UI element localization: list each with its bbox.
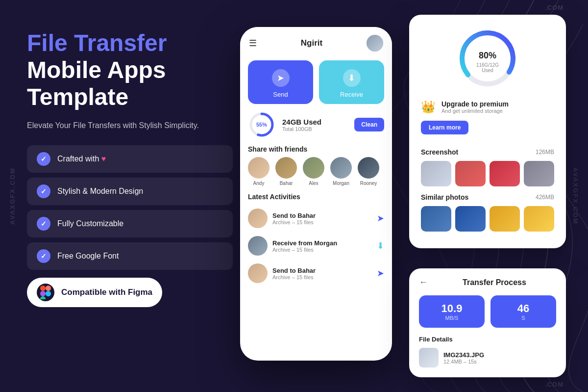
send-arrow-icon-1: ➤ xyxy=(377,213,384,224)
send-label: Send xyxy=(273,91,288,98)
clean-button[interactable]: Clean xyxy=(354,118,384,131)
feature-font: Free Google Font xyxy=(27,242,233,270)
screenshot-section: Screenshot 126MB xyxy=(421,148,554,186)
activity-info-1: Send to Bahar Archive – 15 files xyxy=(272,212,372,225)
subtitle: Elevate Your File Transfers with Stylish… xyxy=(27,120,233,131)
back-arrow-icon[interactable]: ← xyxy=(419,277,428,287)
friend-rooney[interactable]: Rooney xyxy=(358,157,379,186)
premium-row: 👑 Upgrade to premium And get unlimited s… xyxy=(421,100,554,114)
feature-design: Stylish & Modern Design xyxy=(27,178,233,205)
transfer-card: ← Transfer Process 10.9 MB/S 46 S File D… xyxy=(409,268,566,377)
svg-point-4 xyxy=(46,291,51,296)
premium-sub: And get unlimited storage xyxy=(441,108,554,114)
similar-thumb-1[interactable] xyxy=(421,206,451,232)
activity-name-1: Send to Bahar xyxy=(272,212,372,219)
stat-time-number: 46 xyxy=(496,302,550,315)
receive-button[interactable]: ⬇ Receive xyxy=(319,60,384,104)
premium-title: Upgrade to premium xyxy=(441,100,554,108)
activity-sub-3: Archive – 15 files xyxy=(272,274,372,280)
menu-icon[interactable]: ☰ xyxy=(249,38,257,49)
file-sub: 12.4MB – 15s xyxy=(443,359,484,365)
friend-bahar[interactable]: Bahar xyxy=(275,157,297,186)
svg-rect-3 xyxy=(40,296,46,299)
feature-label-crafted: Crafted with ♥ xyxy=(57,155,106,163)
friend-morgan[interactable]: Morgan xyxy=(330,157,352,186)
storage-used: 24GB Used xyxy=(282,118,347,126)
screenshot-size: 126MB xyxy=(536,149,554,156)
feature-label-font: Free Google Font xyxy=(57,252,119,261)
activity-3[interactable]: Send to Bahar Archive – 15 files ➤ xyxy=(240,260,392,287)
storage-gauge: 80% 116G/12G Used xyxy=(421,26,554,90)
screenshot-title: Screenshot xyxy=(421,148,458,156)
check-icon-design xyxy=(37,184,50,198)
watermark-bottom-right: .COM xyxy=(545,381,564,388)
stat-speed: 10.9 MB/S xyxy=(419,295,485,328)
similar-thumb-4[interactable] xyxy=(524,206,554,232)
storage-total: Total 100GB xyxy=(282,126,347,132)
similar-thumb-3[interactable] xyxy=(490,206,520,232)
app-title: Ngirit xyxy=(301,38,322,48)
screenshot-photos xyxy=(421,161,554,186)
figma-badge: Compatible with Figma xyxy=(27,278,162,307)
friend-name-rooney: Rooney xyxy=(360,181,377,186)
main-title: File Transfer Mobile Apps Template xyxy=(27,29,233,111)
screenshot-thumb-2[interactable] xyxy=(455,161,486,186)
activity-avatar-3 xyxy=(248,263,268,283)
check-icon-crafted xyxy=(37,152,50,166)
activities-title: Latest Activities xyxy=(240,193,392,205)
storage-percent: 55% xyxy=(256,122,267,128)
send-button[interactable]: ➤ Send xyxy=(248,60,313,104)
transfer-title: Transfer Process xyxy=(433,278,556,287)
friend-avatar-morgan xyxy=(330,157,352,179)
learn-more-button[interactable]: Learn more xyxy=(421,121,468,134)
file-name: IMG2343.JPG xyxy=(443,351,484,359)
feature-label-design: Stylish & Modern Design xyxy=(57,187,143,196)
friend-name-andy: Andy xyxy=(253,181,265,186)
svg-rect-2 xyxy=(40,291,46,296)
screenshot-thumb-3[interactable] xyxy=(490,161,520,186)
activity-sub-2: Archive – 15 files xyxy=(272,247,372,253)
stat-time: 46 S xyxy=(490,295,556,328)
activity-1[interactable]: Send to Bahar Archive – 15 files ➤ xyxy=(240,205,392,232)
gauge-unit: % xyxy=(489,51,496,60)
screenshot-thumb-1[interactable] xyxy=(421,161,451,186)
stat-speed-number: 10.9 xyxy=(425,302,479,315)
storage-section: 55% 24GB Used Total 100GB Clean xyxy=(248,111,384,138)
friend-andy[interactable]: Andy xyxy=(248,157,270,186)
friend-alex[interactable]: Alex xyxy=(303,157,324,186)
gauge-wrap: 80% 116G/12G Used xyxy=(456,26,519,90)
friends-row: Andy Bahar Alex Morgan Rooney xyxy=(240,157,392,193)
svg-rect-0 xyxy=(40,286,46,291)
watermark-right: AVAXGFX.COM xyxy=(572,0,579,392)
similar-thumb-2[interactable] xyxy=(455,206,486,232)
figma-logo xyxy=(37,284,54,301)
check-icon-font xyxy=(37,249,50,263)
file-item[interactable]: IMG2343.JPG 12.4MB – 15s xyxy=(419,348,556,367)
friend-name-alex: Alex xyxy=(309,181,318,186)
gauge-percent: 80% xyxy=(472,44,504,62)
phone-mockup: ☰ Ngirit ➤ Send ⬇ Receive 55% 24GB Used … xyxy=(240,27,392,361)
stat-time-unit: S xyxy=(496,315,550,321)
friend-avatar-bahar xyxy=(275,157,297,179)
activity-avatar-1 xyxy=(248,209,268,228)
heart-icon: ♥ xyxy=(101,155,106,163)
gauge-center: 80% 116G/12G Used xyxy=(472,44,504,73)
activity-sub-1: Archive – 15 files xyxy=(272,219,372,225)
left-panel: File Transfer Mobile Apps Template Eleva… xyxy=(27,29,233,307)
screenshot-thumb-4[interactable] xyxy=(524,161,554,186)
friend-avatar-andy xyxy=(248,157,270,179)
friend-name-bahar: Bahar xyxy=(280,181,293,186)
activity-avatar-2 xyxy=(248,236,268,256)
user-avatar[interactable] xyxy=(367,35,383,52)
file-details-title: File Details xyxy=(419,336,556,343)
transfer-stats: 10.9 MB/S 46 S xyxy=(419,295,556,328)
premium-info: Upgrade to premium And get unlimited sto… xyxy=(441,100,554,114)
similar-title: Similar photos xyxy=(421,193,468,201)
receive-label: Receive xyxy=(340,91,363,98)
activity-2[interactable]: Receive from Morgan Archive – 15 files ⬇ xyxy=(240,232,392,260)
gauge-sub: 116G/12G Used xyxy=(472,62,504,73)
title-line1: File Transfer xyxy=(27,30,167,56)
similar-header: Similar photos 426MB xyxy=(421,193,554,201)
storage-circle: 55% xyxy=(248,111,275,138)
activity-info-3: Send to Bahar Archive – 15 files xyxy=(272,267,372,280)
